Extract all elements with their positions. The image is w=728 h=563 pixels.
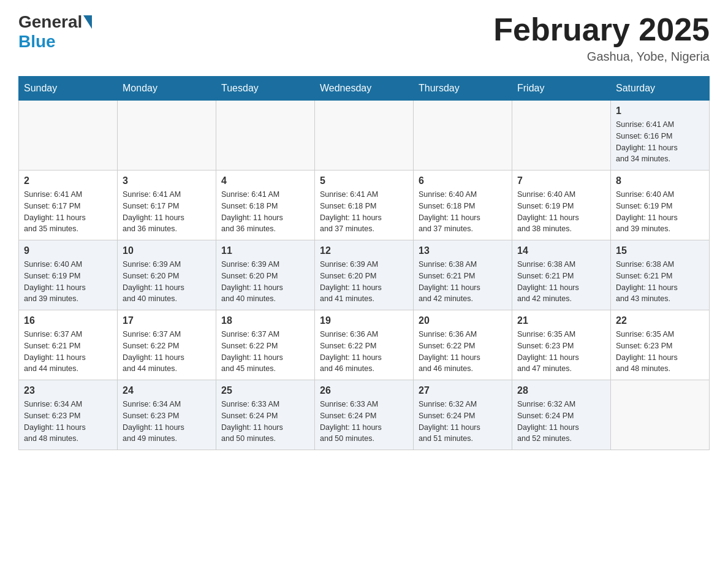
month-title: February 2025 — [493, 12, 710, 47]
col-thursday: Thursday — [414, 77, 512, 101]
week-row-4: 16Sunrise: 6:37 AMSunset: 6:21 PMDayligh… — [19, 310, 710, 380]
day-info: Sunrise: 6:32 AMSunset: 6:24 PMDaylight:… — [419, 399, 507, 445]
calendar-cell: 16Sunrise: 6:37 AMSunset: 6:21 PMDayligh… — [19, 310, 118, 380]
calendar-cell: 19Sunrise: 6:36 AMSunset: 6:22 PMDayligh… — [315, 310, 414, 380]
calendar-cell — [315, 101, 414, 170]
day-number: 10 — [123, 245, 211, 256]
day-info: Sunrise: 6:40 AMSunset: 6:18 PMDaylight:… — [419, 189, 507, 235]
calendar-cell: 4Sunrise: 6:41 AMSunset: 6:18 PMDaylight… — [216, 170, 315, 240]
day-info: Sunrise: 6:35 AMSunset: 6:23 PMDaylight:… — [616, 329, 704, 375]
day-info: Sunrise: 6:38 AMSunset: 6:21 PMDaylight:… — [419, 259, 507, 305]
calendar-cell — [611, 380, 710, 450]
day-number: 25 — [221, 385, 309, 396]
col-friday: Friday — [512, 77, 611, 101]
calendar-cell: 17Sunrise: 6:37 AMSunset: 6:22 PMDayligh… — [118, 310, 216, 380]
day-number: 23 — [24, 385, 112, 396]
calendar-cell — [118, 101, 216, 170]
logo-general-text: General — [18, 12, 82, 32]
day-info: Sunrise: 6:34 AMSunset: 6:23 PMDaylight:… — [24, 399, 112, 445]
week-row-3: 9Sunrise: 6:40 AMSunset: 6:19 PMDaylight… — [19, 240, 710, 310]
day-number: 24 — [123, 385, 211, 396]
col-monday: Monday — [118, 77, 216, 101]
calendar-cell: 5Sunrise: 6:41 AMSunset: 6:18 PMDaylight… — [315, 170, 414, 240]
day-info: Sunrise: 6:35 AMSunset: 6:23 PMDaylight:… — [517, 329, 605, 375]
calendar-cell: 9Sunrise: 6:40 AMSunset: 6:19 PMDaylight… — [19, 240, 118, 310]
calendar-cell: 8Sunrise: 6:40 AMSunset: 6:19 PMDaylight… — [611, 170, 710, 240]
day-number: 13 — [419, 245, 507, 256]
day-info: Sunrise: 6:40 AMSunset: 6:19 PMDaylight:… — [616, 189, 704, 235]
day-info: Sunrise: 6:33 AMSunset: 6:24 PMDaylight:… — [221, 399, 309, 445]
day-number: 20 — [419, 315, 507, 326]
day-number: 21 — [517, 315, 605, 326]
day-number: 27 — [419, 385, 507, 396]
day-number: 18 — [221, 315, 309, 326]
day-info: Sunrise: 6:39 AMSunset: 6:20 PMDaylight:… — [320, 259, 408, 305]
logo-blue-text: Blue — [18, 32, 56, 51]
day-info: Sunrise: 6:40 AMSunset: 6:19 PMDaylight:… — [517, 189, 605, 235]
day-number: 6 — [419, 175, 507, 186]
calendar-cell: 7Sunrise: 6:40 AMSunset: 6:19 PMDaylight… — [512, 170, 611, 240]
day-number: 7 — [517, 175, 605, 186]
calendar-cell: 28Sunrise: 6:32 AMSunset: 6:24 PMDayligh… — [512, 380, 611, 450]
week-row-5: 23Sunrise: 6:34 AMSunset: 6:23 PMDayligh… — [19, 380, 710, 450]
day-info: Sunrise: 6:33 AMSunset: 6:24 PMDaylight:… — [320, 399, 408, 445]
page-header: General Blue February 2025 Gashua, Yobe,… — [18, 12, 710, 64]
day-info: Sunrise: 6:38 AMSunset: 6:21 PMDaylight:… — [517, 259, 605, 305]
day-info: Sunrise: 6:37 AMSunset: 6:22 PMDaylight:… — [221, 329, 309, 375]
calendar-cell: 25Sunrise: 6:33 AMSunset: 6:24 PMDayligh… — [216, 380, 315, 450]
day-info: Sunrise: 6:36 AMSunset: 6:22 PMDaylight:… — [320, 329, 408, 375]
location-text: Gashua, Yobe, Nigeria — [493, 50, 710, 64]
day-number: 5 — [320, 175, 408, 186]
calendar-cell: 22Sunrise: 6:35 AMSunset: 6:23 PMDayligh… — [611, 310, 710, 380]
title-block: February 2025 Gashua, Yobe, Nigeria — [493, 12, 710, 64]
calendar-cell: 15Sunrise: 6:38 AMSunset: 6:21 PMDayligh… — [611, 240, 710, 310]
day-info: Sunrise: 6:32 AMSunset: 6:24 PMDaylight:… — [517, 399, 605, 445]
day-number: 3 — [123, 175, 211, 186]
day-number: 28 — [517, 385, 605, 396]
day-number: 17 — [123, 315, 211, 326]
day-info: Sunrise: 6:38 AMSunset: 6:21 PMDaylight:… — [616, 259, 704, 305]
calendar-cell: 27Sunrise: 6:32 AMSunset: 6:24 PMDayligh… — [414, 380, 512, 450]
calendar-cell: 1Sunrise: 6:41 AMSunset: 6:16 PMDaylight… — [611, 101, 710, 170]
day-info: Sunrise: 6:39 AMSunset: 6:20 PMDaylight:… — [221, 259, 309, 305]
day-number: 22 — [616, 315, 704, 326]
day-info: Sunrise: 6:39 AMSunset: 6:20 PMDaylight:… — [123, 259, 211, 305]
logo: General Blue — [18, 12, 93, 52]
day-number: 1 — [616, 105, 704, 117]
calendar-cell — [414, 101, 512, 170]
calendar-cell: 6Sunrise: 6:40 AMSunset: 6:18 PMDaylight… — [414, 170, 512, 240]
day-number: 8 — [616, 175, 704, 186]
day-info: Sunrise: 6:37 AMSunset: 6:21 PMDaylight:… — [24, 329, 112, 375]
day-info: Sunrise: 6:41 AMSunset: 6:16 PMDaylight:… — [616, 119, 704, 165]
day-info: Sunrise: 6:40 AMSunset: 6:19 PMDaylight:… — [24, 259, 112, 305]
day-info: Sunrise: 6:34 AMSunset: 6:23 PMDaylight:… — [123, 399, 211, 445]
calendar-cell — [19, 101, 118, 170]
day-number: 14 — [517, 245, 605, 256]
logo-triangle-icon — [83, 15, 92, 29]
calendar-cell: 13Sunrise: 6:38 AMSunset: 6:21 PMDayligh… — [414, 240, 512, 310]
day-info: Sunrise: 6:41 AMSunset: 6:18 PMDaylight:… — [320, 189, 408, 235]
day-number: 11 — [221, 245, 309, 256]
calendar-cell: 26Sunrise: 6:33 AMSunset: 6:24 PMDayligh… — [315, 380, 414, 450]
calendar-cell: 18Sunrise: 6:37 AMSunset: 6:22 PMDayligh… — [216, 310, 315, 380]
col-sunday: Sunday — [19, 77, 118, 101]
calendar-cell: 11Sunrise: 6:39 AMSunset: 6:20 PMDayligh… — [216, 240, 315, 310]
week-row-2: 2Sunrise: 6:41 AMSunset: 6:17 PMDaylight… — [19, 170, 710, 240]
day-info: Sunrise: 6:41 AMSunset: 6:17 PMDaylight:… — [123, 189, 211, 235]
day-info: Sunrise: 6:37 AMSunset: 6:22 PMDaylight:… — [123, 329, 211, 375]
day-number: 15 — [616, 245, 704, 256]
day-number: 26 — [320, 385, 408, 396]
col-tuesday: Tuesday — [216, 77, 315, 101]
calendar-cell: 20Sunrise: 6:36 AMSunset: 6:22 PMDayligh… — [414, 310, 512, 380]
day-number: 9 — [24, 245, 112, 256]
calendar-cell: 2Sunrise: 6:41 AMSunset: 6:17 PMDaylight… — [19, 170, 118, 240]
calendar-cell — [216, 101, 315, 170]
day-number: 4 — [221, 175, 309, 186]
calendar-header-row: Sunday Monday Tuesday Wednesday Thursday… — [19, 77, 710, 101]
col-saturday: Saturday — [611, 77, 710, 101]
calendar-cell: 14Sunrise: 6:38 AMSunset: 6:21 PMDayligh… — [512, 240, 611, 310]
calendar-cell: 10Sunrise: 6:39 AMSunset: 6:20 PMDayligh… — [118, 240, 216, 310]
day-number: 19 — [320, 315, 408, 326]
calendar-cell: 21Sunrise: 6:35 AMSunset: 6:23 PMDayligh… — [512, 310, 611, 380]
day-info: Sunrise: 6:41 AMSunset: 6:17 PMDaylight:… — [24, 189, 112, 235]
